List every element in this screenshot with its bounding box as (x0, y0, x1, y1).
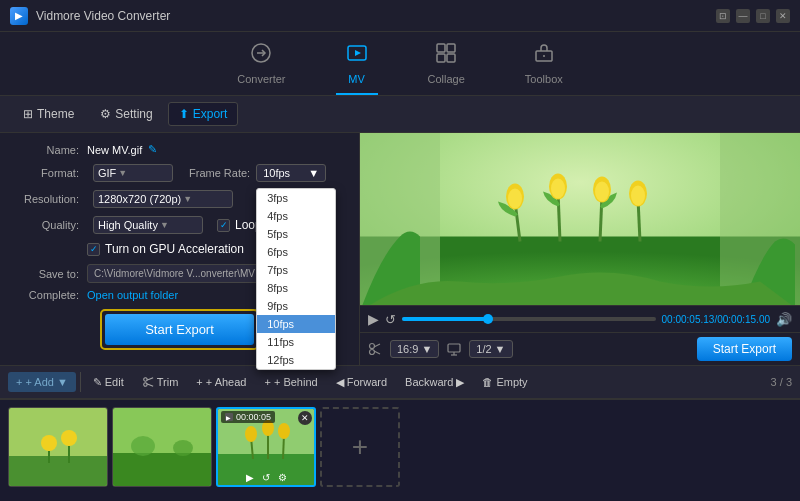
format-dropdown-arrow: ▼ (118, 168, 127, 178)
svg-point-25 (370, 344, 375, 349)
loop-button[interactable]: ↺ (385, 312, 396, 327)
setting-label: Setting (115, 107, 152, 121)
thumbnail-2[interactable] (112, 407, 212, 487)
theme-label: Theme (37, 107, 74, 121)
quality-value: High Quality (98, 219, 158, 231)
play-button[interactable]: ▶ (368, 311, 379, 327)
loop-animation-checkbox[interactable]: ✓ (217, 219, 230, 232)
svg-line-35 (146, 384, 152, 387)
svg-rect-5 (437, 54, 445, 62)
aspect-ratio-button[interactable]: 16:9 ▼ (390, 340, 439, 358)
fps-option-6fps[interactable]: 6fps (257, 243, 335, 261)
tab-toolbox-label: Toolbox (525, 73, 563, 85)
tab-collage[interactable]: Collage (418, 38, 475, 95)
quality-dropdown-arrow: ▼ (160, 220, 169, 230)
thumb-1-image (9, 408, 108, 487)
progress-thumb (483, 314, 493, 324)
minimize-button[interactable]: — (736, 9, 750, 23)
backward-button[interactable]: Backward ▶ (397, 372, 472, 393)
thumbnail-3[interactable]: ▶ 00:00:05 ✕ ▶ ↺ ⚙ (216, 407, 316, 487)
svg-point-45 (173, 440, 193, 456)
theme-icon: ⊞ (23, 107, 33, 121)
page-button[interactable]: 1/2 ▼ (469, 340, 512, 358)
action-bar: + + Add ▼ ✎ Edit Trim + + Ahead + + Behi… (0, 365, 800, 399)
forward-label: ◀ Forward (336, 376, 387, 389)
svg-rect-37 (9, 456, 108, 487)
resolution-value: 1280x720 (720p) (98, 193, 181, 205)
format-select[interactable]: GIF ▼ (93, 164, 173, 182)
ahead-button[interactable]: + + Ahead (188, 372, 254, 392)
fps-option-4fps[interactable]: 4fps (257, 207, 335, 225)
setting-button[interactable]: ⚙ Setting (89, 102, 163, 126)
forward-button[interactable]: ◀ Forward (328, 372, 395, 393)
app-title: Vidmore Video Converter (36, 9, 716, 23)
svg-point-20 (551, 179, 565, 199)
thumb-3-loop-icon[interactable]: ↺ (262, 472, 270, 483)
fps-container: 10fps ▼ 3fps 4fps 5fps 6fps 7fps 8fps 9f… (256, 164, 326, 182)
svg-point-24 (631, 186, 645, 206)
add-media-button[interactable]: + (320, 407, 400, 487)
tab-converter[interactable]: Converter (227, 38, 295, 95)
start-export-right-button[interactable]: Start Export (697, 337, 792, 361)
svg-point-53 (278, 423, 290, 439)
trim-label: Trim (157, 376, 179, 388)
quality-label: Quality: (12, 219, 87, 231)
resolution-select[interactable]: 1280x720 (720p) ▼ (93, 190, 233, 208)
fps-option-5fps[interactable]: 5fps (257, 225, 335, 243)
edit-button[interactable]: ✎ Edit (85, 372, 132, 393)
maximize-button[interactable]: □ (756, 9, 770, 23)
behind-button[interactable]: + + Behind (256, 372, 325, 392)
svg-point-44 (131, 436, 155, 456)
add-icon: + (16, 376, 22, 388)
format-value: GIF (98, 167, 116, 179)
theme-button[interactable]: ⊞ Theme (12, 102, 85, 126)
setting-icon: ⚙ (100, 107, 111, 121)
page-value: 1/2 (476, 343, 491, 355)
export-button[interactable]: ⬆ Export (168, 102, 239, 126)
svg-point-18 (508, 189, 522, 209)
thumbnail-1[interactable] (8, 407, 108, 487)
start-export-button[interactable]: Start Export (105, 314, 254, 345)
close-button[interactable]: ✕ (776, 9, 790, 23)
fps-select[interactable]: 10fps ▼ (256, 164, 326, 182)
thumb-2-image (113, 408, 212, 487)
thumbnail-3-close-button[interactable]: ✕ (298, 411, 312, 425)
open-output-folder-link[interactable]: Open output folder (87, 289, 178, 301)
progress-bar[interactable] (402, 317, 656, 321)
svg-point-26 (370, 350, 375, 355)
gpu-acceleration-checkbox[interactable]: ✓ (87, 243, 100, 256)
thumb-3-settings-icon[interactable]: ⚙ (278, 472, 287, 483)
fps-option-7fps[interactable]: 7fps (257, 261, 335, 279)
tab-toolbox[interactable]: Toolbox (515, 38, 573, 95)
trim-button[interactable]: Trim (134, 372, 187, 392)
svg-point-39 (61, 430, 77, 446)
menu-icon[interactable]: ⊡ (716, 9, 730, 23)
name-edit-icon[interactable]: ✎ (148, 143, 157, 156)
svg-rect-4 (447, 44, 455, 52)
collage-icon (435, 42, 457, 69)
converter-icon (250, 42, 272, 69)
fps-option-12fps[interactable]: 12fps (257, 351, 335, 369)
ahead-label: + Ahead (206, 376, 247, 388)
time-display: 00:00:05.13/00:00:15.00 (662, 314, 770, 325)
quality-select[interactable]: High Quality ▼ (93, 216, 203, 234)
fps-option-8fps[interactable]: 8fps (257, 279, 335, 297)
empty-button[interactable]: 🗑 Empty (474, 372, 535, 392)
cut-icon (368, 342, 382, 356)
fps-option-9fps[interactable]: 9fps (257, 297, 335, 315)
svg-rect-29 (448, 344, 460, 352)
tab-mv[interactable]: MV (336, 38, 378, 95)
app-icon: ▶ (10, 7, 28, 25)
fps-option-3fps[interactable]: 3fps (257, 189, 335, 207)
sub-controls-bar: 16:9 ▼ 1/2 ▼ Start Export (360, 332, 800, 365)
volume-button[interactable]: 🔊 (776, 312, 792, 327)
thumb-3-play-icon[interactable]: ▶ (246, 472, 254, 483)
mv-icon (346, 42, 368, 69)
page-count: 3 / 3 (771, 376, 792, 388)
tab-mv-label: MV (348, 73, 365, 85)
fps-option-10fps[interactable]: 10fps (257, 315, 335, 333)
svg-marker-2 (355, 50, 361, 56)
fps-option-11fps[interactable]: 11fps (257, 333, 335, 351)
add-button[interactable]: + + Add ▼ (8, 372, 76, 392)
add-label: + Add (25, 376, 53, 388)
